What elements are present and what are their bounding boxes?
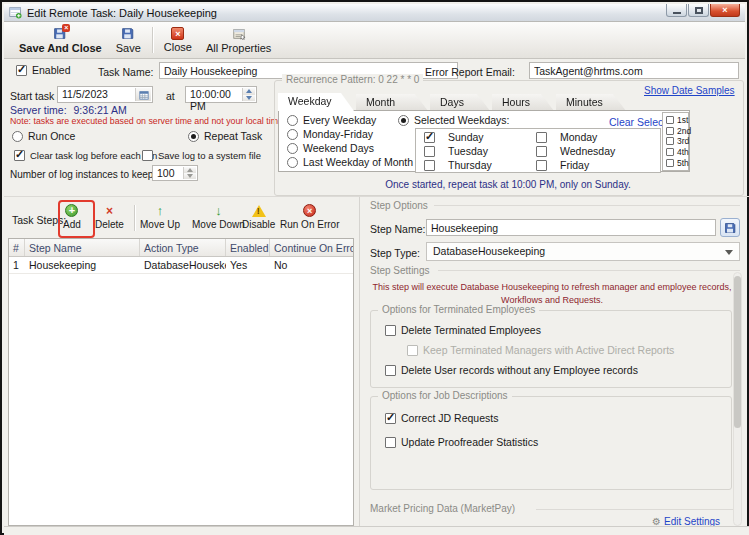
server-time-line: Server time: 9:36:21 AM [10, 104, 127, 116]
weekday-monday-checkbox[interactable]: Monday [536, 131, 597, 143]
radio-icon [188, 131, 199, 142]
delete-terminated-label: Delete Terminated Employees [401, 324, 541, 336]
weekday-wednesday-checkbox[interactable]: Wednesday [536, 145, 615, 157]
log-instances-input[interactable]: 100 [152, 165, 198, 181]
clear-log-checkbox[interactable]: Clear task log before each run [14, 150, 157, 161]
checkbox-icon [536, 160, 547, 171]
error-email-label: Error Report Email: [425, 66, 515, 78]
all-properties-label: All Properties [206, 42, 271, 54]
move-up-label: Move Up [140, 219, 180, 230]
start-date-input[interactable]: 11/5/2023 [57, 86, 153, 103]
log-instances-label: Number of log instances to keep: [10, 169, 156, 180]
last-weekday-radio[interactable]: Last Weekday of Month [287, 156, 413, 168]
market-pricing-group-line [536, 509, 740, 510]
header-number[interactable]: # [9, 239, 25, 256]
all-properties-icon [232, 27, 246, 41]
ordinal-2nd-checkbox[interactable]: 2nd [666, 126, 688, 136]
move-down-icon: ↓ [215, 204, 222, 217]
run-once-radio[interactable]: Run Once [12, 130, 75, 142]
header-step-name[interactable]: Step Name [25, 239, 140, 256]
delete-icon: × [106, 204, 113, 218]
checkbox-icon [16, 65, 27, 76]
save-button[interactable]: Save [109, 25, 148, 56]
table-row[interactable]: 1 Housekeeping DatabaseHousekeepir Yes N… [9, 257, 353, 274]
calendar-button[interactable] [135, 88, 151, 101]
ordinal-1st-checkbox[interactable]: 1st [666, 115, 688, 125]
save-and-close-button[interactable]: × Save And Close [12, 25, 109, 56]
move-up-button[interactable]: ↑ Move Up [140, 204, 180, 230]
minimize-button[interactable] [666, 4, 687, 17]
every-weekday-radio[interactable]: Every Weekday [287, 114, 376, 126]
save-log-checkbox[interactable]: Save log to a system file [142, 150, 261, 161]
save-label: Save [116, 42, 141, 54]
ordinal-3rd-checkbox[interactable]: 3rd [666, 136, 688, 146]
sunday-label: Sunday [448, 131, 484, 143]
disable-icon [252, 205, 266, 217]
ordinal-5th-checkbox[interactable]: 5th [666, 158, 688, 168]
down-arrow-icon [187, 174, 193, 178]
weekday-thursday-checkbox[interactable]: Thursday [424, 159, 492, 171]
move-down-button[interactable]: ↓ Move Down [192, 204, 245, 230]
close-icon: × [722, 6, 727, 15]
step-description: This step will execute Database Housekee… [370, 281, 734, 306]
save-step-button[interactable] [720, 218, 740, 237]
ordinal-4th-checkbox[interactable]: 4th [666, 147, 688, 157]
header-enabled[interactable]: Enabled [226, 239, 270, 256]
weekday-friday-checkbox[interactable]: Friday [536, 159, 589, 171]
delete-user-records-checkbox[interactable]: Delete User records without any Employee… [385, 364, 638, 376]
time-down-button[interactable] [243, 95, 255, 102]
checkbox-icon [407, 345, 418, 356]
minimize-icon [673, 12, 681, 14]
close-button[interactable]: × Close [157, 25, 199, 55]
save-icon [121, 27, 135, 41]
repeat-task-radio[interactable]: Repeat Task [188, 130, 262, 142]
close-red-icon: × [171, 27, 184, 40]
ordinal-4th-label: 4th [677, 147, 689, 157]
weekday-checkbox-box: Sunday Monday Tuesday Wednesday Thursday… [415, 128, 661, 173]
step-name-label: Step Name: [370, 223, 425, 235]
add-step-button[interactable]: + Add [63, 204, 81, 230]
start-time-input[interactable]: 10:00:00 PM [185, 86, 257, 103]
checkbox-icon [424, 160, 435, 171]
step-name-input[interactable] [426, 219, 716, 236]
all-properties-button[interactable]: All Properties [199, 25, 278, 56]
window-title: Edit Remote Task: Daily Housekeeping [27, 7, 217, 19]
header-action-type[interactable]: Action Type [140, 239, 226, 256]
recurrence-group-label: Recurrence Pattern: 0 22 * * 0 [282, 74, 423, 85]
header-continue-on-error[interactable]: Continue On Error [270, 239, 353, 256]
correct-jd-requests-checkbox[interactable]: Correct JD Requests [385, 412, 498, 424]
delete-step-button[interactable]: × Delete [95, 204, 124, 230]
scrollbar-thumb[interactable] [734, 276, 741, 428]
maximize-button[interactable] [688, 4, 709, 17]
steps-toolbar-separator [134, 205, 135, 231]
edit-remote-task-window: Edit Remote Task: Daily Housekeeping × ×… [0, 0, 749, 535]
selected-weekdays-radio[interactable]: Selected Weekdays: [398, 114, 510, 126]
recurrence-summary: Once started, repeat task at 10:00 PM, o… [274, 179, 742, 190]
update-proofreader-checkbox[interactable]: Update Proofreader Statistics [385, 436, 538, 448]
last-weekday-label: Last Weekday of Month [303, 156, 413, 168]
tab-weekday[interactable]: Weekday [278, 93, 354, 111]
weekday-sunday-checkbox[interactable]: Sunday [424, 131, 484, 143]
run-on-error-button[interactable]: × Run On Error [280, 204, 339, 230]
task-steps-table: # Step Name Action Type Enabled Continue… [8, 238, 354, 526]
show-date-samples-link[interactable]: Show Date Samples [644, 85, 735, 96]
monday-friday-radio[interactable]: Monday-Friday [287, 128, 373, 140]
error-email-input[interactable] [529, 62, 739, 79]
disable-step-button[interactable]: Disable [242, 204, 275, 230]
repeat-task-label: Repeat Task [204, 130, 262, 142]
server-time-value: 9:36:21 AM [74, 104, 127, 116]
thursday-label: Thursday [448, 159, 492, 171]
checkbox-icon [666, 116, 674, 124]
step-type-dropdown[interactable]: DatabaseHousekeeping [426, 242, 740, 261]
delete-terminated-checkbox[interactable]: Delete Terminated Employees [385, 324, 541, 336]
server-time-label: Server time: [10, 104, 67, 116]
ordinal-week-box: 1st 2nd 3rd 4th 5th [662, 112, 689, 171]
at-label: at [166, 90, 175, 102]
weekday-tuesday-checkbox[interactable]: Tuesday [424, 145, 488, 157]
ordinal-5th-label: 5th [677, 158, 689, 168]
log-down-button[interactable] [184, 173, 196, 179]
radio-icon [287, 157, 298, 168]
close-window-button[interactable]: × [710, 4, 740, 17]
weekend-days-radio[interactable]: Weekend Days [287, 142, 374, 154]
enabled-checkbox[interactable]: Enabled [16, 64, 71, 76]
